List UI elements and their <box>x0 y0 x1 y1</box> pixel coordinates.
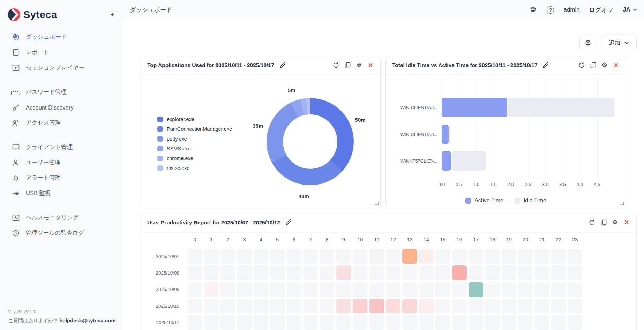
heatmap-cell[interactable] <box>336 299 351 313</box>
legend-item[interactable]: Idle Time <box>515 197 546 204</box>
heatmap-cell[interactable] <box>270 265 285 280</box>
heatmap-cell[interactable] <box>353 249 367 264</box>
legend-item[interactable]: SSMS.exe <box>157 144 232 153</box>
sidebar-item-reports[interactable]: レポート <box>0 45 122 60</box>
heatmap-cell[interactable] <box>535 299 549 313</box>
heatmap-cell[interactable] <box>204 265 219 280</box>
idle-time-bar[interactable] <box>452 151 486 171</box>
edit-pencil-icon[interactable] <box>542 62 548 68</box>
heatmap-cell[interactable] <box>469 315 483 330</box>
heatmap-cell[interactable] <box>502 282 516 297</box>
heatmap-cell[interactable] <box>551 265 566 280</box>
sidebar-item-usb-monitoring[interactable]: USB 監視 <box>0 186 122 201</box>
heatmap-cell[interactable] <box>535 315 549 330</box>
heatmap-cell[interactable] <box>303 299 318 313</box>
heatmap-cell[interactable] <box>254 282 268 297</box>
heatmap-cell[interactable] <box>220 249 235 264</box>
heatmap-cell[interactable] <box>237 282 252 297</box>
heatmap-cell[interactable] <box>568 299 582 313</box>
heatmap-cell[interactable] <box>502 265 516 280</box>
heatmap-cell[interactable] <box>402 299 417 313</box>
refresh-icon[interactable] <box>578 62 585 69</box>
heatmap-cell[interactable] <box>502 299 516 313</box>
heatmap-cell[interactable] <box>254 265 268 280</box>
copy-icon[interactable] <box>600 219 607 226</box>
heatmap-cell[interactable] <box>353 282 367 297</box>
heatmap-cell[interactable] <box>353 315 367 330</box>
heatmap-cell[interactable] <box>419 282 434 297</box>
heatmap-cell[interactable] <box>237 299 252 313</box>
dashboard-settings-button[interactable] <box>579 35 596 51</box>
heatmap-cell[interactable] <box>469 282 483 297</box>
heatmap-cell[interactable] <box>452 265 467 280</box>
refresh-icon[interactable] <box>589 219 596 226</box>
heatmap-cell[interactable] <box>320 299 335 313</box>
sidebar-item-client-management[interactable]: クライアント管理 <box>0 140 122 155</box>
sidebar-item-dashboard[interactable]: ダッシュボード <box>0 29 122 45</box>
heatmap-cell[interactable] <box>187 282 202 297</box>
heatmap-cell[interactable] <box>320 315 335 330</box>
add-widget-button[interactable]: 追加 <box>601 35 637 51</box>
heatmap-cell[interactable] <box>237 249 252 264</box>
heatmap-cell[interactable] <box>435 299 450 313</box>
sidebar-item-alert-management[interactable]: アラート管理 <box>0 170 122 186</box>
heatmap-cell[interactable] <box>386 299 400 313</box>
sidebar-item-health-monitoring[interactable]: ヘルスモニタリング <box>0 210 122 225</box>
heatmap-cell[interactable] <box>320 265 335 280</box>
heatmap-cell[interactable] <box>270 315 285 330</box>
heatmap-cell[interactable] <box>220 315 235 330</box>
sidebar-item-user-management[interactable]: ユーザー管理 <box>0 155 122 170</box>
heatmap-cell[interactable] <box>336 282 351 297</box>
copy-icon[interactable] <box>344 62 351 69</box>
sidebar-item-password-management[interactable]: [***] パスワード管理 <box>0 84 122 100</box>
legend-item[interactable]: putty.exe <box>157 134 232 144</box>
heatmap-cell[interactable] <box>369 299 384 313</box>
heatmap-cell[interactable] <box>287 265 301 280</box>
legend-item[interactable]: chrome.exe <box>157 153 232 163</box>
close-icon[interactable]: ✕ <box>623 219 630 226</box>
heatmap-cell[interactable] <box>518 299 533 313</box>
widget-settings-gear-icon[interactable] <box>355 62 362 69</box>
heatmap-cell[interactable] <box>402 265 417 280</box>
heatmap-cell[interactable] <box>419 265 434 280</box>
heatmap-cell[interactable] <box>518 315 533 330</box>
heatmap-cell[interactable] <box>518 282 533 297</box>
heatmap-cell[interactable] <box>204 282 219 297</box>
heatmap-cell[interactable] <box>485 249 500 264</box>
heatmap-cell[interactable] <box>485 315 500 330</box>
heatmap-cell[interactable] <box>237 265 252 280</box>
heatmap-cell[interactable] <box>303 249 318 264</box>
active-time-bar[interactable] <box>442 151 451 171</box>
heatmap-cell[interactable] <box>502 315 516 330</box>
help-icon[interactable]: ? <box>547 6 554 14</box>
sidebar-item-audit-log[interactable]: 管理ツールの監査ログ <box>0 225 122 241</box>
edit-pencil-icon[interactable] <box>279 62 285 68</box>
heatmap-cell[interactable] <box>369 315 384 330</box>
heatmap-cell[interactable] <box>287 282 301 297</box>
idle-time-bar[interactable] <box>508 98 614 117</box>
heatmap-cell[interactable] <box>435 249 450 264</box>
heatmap-cell[interactable] <box>469 299 483 313</box>
heatmap-cell[interactable] <box>402 315 417 330</box>
idle-time-bar[interactable] <box>449 125 450 144</box>
heatmap-cell[interactable] <box>435 265 450 280</box>
heatmap-cell[interactable] <box>551 299 566 313</box>
heatmap-cell[interactable] <box>320 249 335 264</box>
heatmap-cell[interactable] <box>270 299 285 313</box>
heatmap-cell[interactable] <box>551 282 566 297</box>
heatmap-cell[interactable] <box>469 249 483 264</box>
heatmap-cell[interactable] <box>220 282 235 297</box>
heatmap-cell[interactable] <box>535 282 549 297</box>
heatmap-cell[interactable] <box>187 299 202 313</box>
helpdesk-email[interactable]: helpdesk@syteca.com <box>59 317 115 323</box>
heatmap-cell[interactable] <box>419 249 434 264</box>
heatmap-cell[interactable] <box>452 315 467 330</box>
heatmap-cell[interactable] <box>485 282 500 297</box>
legend-item[interactable]: explorer.exe <box>157 114 232 124</box>
sidebar-item-session-player[interactable]: セッションプレイヤー <box>0 60 122 75</box>
heatmap-cell[interactable] <box>502 249 516 264</box>
heatmap-cell[interactable] <box>353 265 367 280</box>
heatmap-cell[interactable] <box>254 315 268 330</box>
heatmap-cell[interactable] <box>254 249 268 264</box>
heatmap-cell[interactable] <box>551 249 566 264</box>
